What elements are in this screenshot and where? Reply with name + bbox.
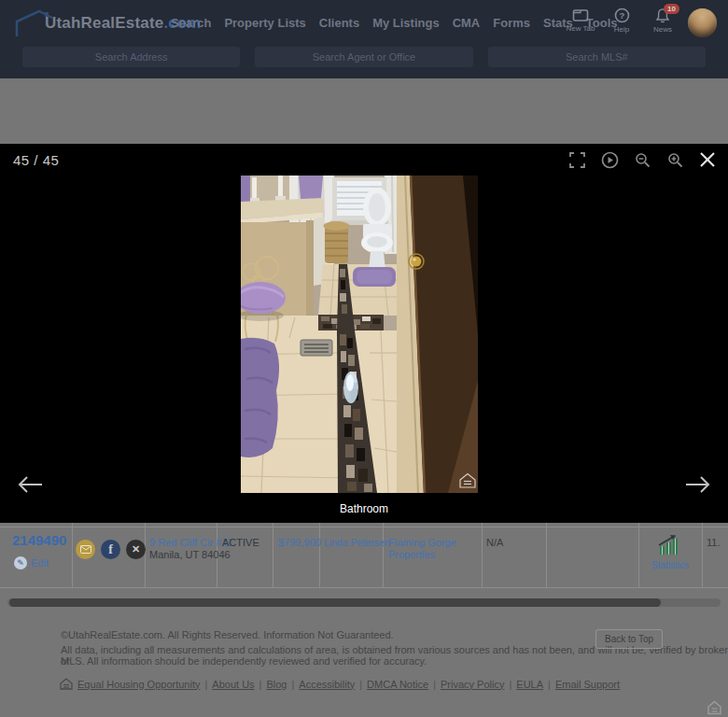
fullscreen-icon: [569, 152, 585, 168]
photo-counter: 45 / 45: [13, 152, 59, 168]
zoom-in-icon: [667, 152, 683, 168]
new-tab-icon: [572, 7, 589, 22]
quick-actions: New Tab ? Help 10 News: [565, 7, 717, 37]
mls-number-link[interactable]: 2149490: [12, 534, 66, 546]
edit-listing-button[interactable]: ✎ Edit: [14, 556, 49, 569]
x-twitter-icon: ✕: [132, 543, 140, 555]
column-divider: [319, 523, 320, 588]
news-button[interactable]: 10 News: [647, 7, 679, 34]
fullscreen-button[interactable]: [567, 150, 586, 169]
nav-clients[interactable]: Clients: [319, 16, 359, 30]
footer: ©UtahRealEstate.com. All Rights Reserved…: [0, 616, 728, 717]
link-separator: |: [359, 679, 362, 690]
listing-na-value: N/A: [486, 537, 503, 549]
equal-housing-icon: [60, 678, 73, 690]
share-buttons: f ✕: [76, 540, 146, 559]
column-divider: [273, 523, 273, 588]
arrow-right-icon: [684, 472, 712, 497]
equal-housing-corner-icon: [707, 700, 722, 715]
photo-lightbox: 45 / 45: [0, 144, 728, 523]
listing-status: ACTIVE: [222, 537, 259, 549]
listing-address-link[interactable]: 9 Red Cliff Cir #17: [149, 537, 233, 549]
zoom-in-button[interactable]: [665, 150, 684, 169]
zoom-out-icon: [635, 152, 651, 168]
slideshow-play-icon: [601, 151, 619, 169]
new-tab-label: New Tab: [567, 24, 595, 33]
footer-link-about-us[interactable]: About Us: [212, 679, 254, 690]
search-mls-input[interactable]: [488, 47, 706, 67]
footer-link-email-support[interactable]: Email Support: [555, 679, 620, 690]
back-to-top-button[interactable]: Back to Top: [595, 629, 663, 649]
clipped-column-value: 11.: [707, 537, 720, 549]
listing-office-link-line2[interactable]: Properties: [388, 549, 435, 561]
listing-table-row: 2149490 ✎ Edit f ✕ 9 Red Cliff Cir #17 M…: [0, 523, 728, 588]
next-photo-button[interactable]: [684, 472, 712, 497]
corner-widget-button[interactable]: [707, 700, 722, 717]
news-badge: 10: [664, 4, 679, 14]
top-nav-bar: UtahRealEstate.com Search Property Lists…: [0, 0, 728, 78]
search-address-input[interactable]: [22, 47, 240, 67]
screen: UtahRealEstate.com Search Property Lists…: [0, 0, 728, 717]
footer-link-privacy-policy[interactable]: Privacy Policy: [441, 679, 504, 690]
disclaimer-line2: MLS. All information should be independe…: [61, 655, 427, 667]
nav-cma[interactable]: CMA: [453, 16, 481, 30]
slideshow-play-button[interactable]: [600, 150, 619, 169]
footer-link-dmca-notice[interactable]: DMCA Notice: [367, 679, 428, 690]
footer-link-blog[interactable]: Blog: [266, 679, 287, 690]
close-button[interactable]: [698, 150, 717, 169]
share-facebook-button[interactable]: f: [101, 540, 120, 559]
facebook-icon: f: [108, 542, 113, 557]
horizontal-scrollbar-track[interactable]: [7, 598, 721, 607]
column-divider: [546, 523, 547, 588]
svg-text:?: ?: [619, 10, 624, 21]
bathroom-photo-illustration: [241, 176, 478, 493]
zoom-out-button[interactable]: [633, 150, 651, 169]
column-divider: [383, 523, 384, 588]
help-button[interactable]: ? Help: [606, 7, 637, 34]
link-separator: |: [291, 679, 294, 690]
table-border-bottom: [0, 587, 728, 588]
nav-search[interactable]: Search: [171, 16, 211, 30]
news-label: News: [653, 25, 672, 34]
table-border-top: [0, 527, 728, 527]
horizontal-scrollbar-thumb[interactable]: [9, 598, 661, 607]
listing-agent-link[interactable]: Linda Petersen: [324, 537, 390, 549]
email-icon: [80, 545, 91, 554]
link-separator: |: [433, 679, 436, 690]
column-divider: [482, 523, 483, 588]
footer-link-eula[interactable]: EULA: [516, 679, 543, 690]
new-tab-button[interactable]: New Tab: [565, 7, 596, 33]
link-separator: |: [509, 679, 511, 690]
help-label: Help: [614, 25, 629, 34]
listing-office-link-line1[interactable]: Flaming Gorge: [388, 537, 456, 549]
logo-text: UtahRealEstate: [45, 14, 164, 33]
column-divider: [702, 523, 703, 588]
statistics-label: Statistics: [638, 560, 702, 570]
statistics-chart-icon: [656, 534, 684, 555]
share-x-button[interactable]: ✕: [126, 540, 146, 559]
copyright-text: ©UtahRealEstate.com. All Rights Reserved…: [61, 629, 394, 640]
footer-link-equal-housing[interactable]: Equal Housing Opportunity: [77, 679, 200, 690]
link-separator: |: [548, 679, 551, 690]
header-search-row: [22, 47, 706, 67]
search-agent-office-input[interactable]: [255, 47, 472, 67]
lightbox-toolbar: [567, 150, 717, 169]
footer-links: Equal Housing Opportunity| About Us| Blo…: [60, 678, 620, 690]
arrow-left-icon: [16, 472, 44, 497]
nav-property-lists[interactable]: Property Lists: [224, 16, 305, 30]
link-separator: |: [204, 679, 207, 690]
listing-city-state-zip: Manila, UT 84046: [149, 549, 231, 561]
listing-photo-bathroom[interactable]: [241, 176, 478, 493]
previous-photo-button[interactable]: [16, 472, 44, 497]
link-separator: |: [259, 679, 262, 690]
listing-price-link[interactable]: $799,900: [278, 537, 321, 549]
photo-caption: Bathroom: [0, 502, 728, 515]
footer-link-accessibility[interactable]: Accessibility: [299, 679, 355, 690]
main-nav: Search Property Lists Clients My Listing…: [171, 16, 618, 30]
share-email-button[interactable]: [76, 540, 95, 559]
nav-forms[interactable]: Forms: [493, 16, 530, 30]
statistics-button[interactable]: Statistics: [638, 534, 702, 570]
close-icon: [699, 151, 716, 168]
nav-my-listings[interactable]: My Listings: [372, 16, 440, 30]
user-avatar[interactable]: [688, 8, 717, 37]
